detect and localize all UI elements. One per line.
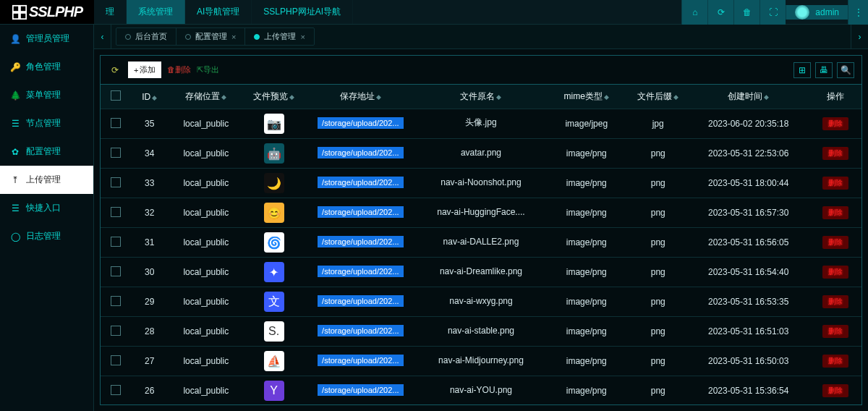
col-location[interactable]: 存储位置◆	[169, 85, 244, 109]
row-checkbox[interactable]	[111, 266, 121, 276]
cell-ops: 删除	[809, 228, 861, 258]
sidebar-item[interactable]: ✿配置管理	[0, 137, 93, 166]
batch-delete-button[interactable]: 🗑删除	[167, 64, 191, 75]
toolbar-refresh-icon[interactable]: ⟳	[108, 63, 122, 77]
cell-path[interactable]: /storage/upload/202...	[304, 109, 417, 139]
row-delete-button[interactable]: 删除	[822, 206, 848, 219]
row-delete-button[interactable]: 删除	[822, 147, 848, 160]
close-icon[interactable]: ×	[231, 33, 236, 41]
table-row: 32local_public😊/storage/upload/202...nav…	[101, 198, 861, 228]
cell-path[interactable]: /storage/upload/202...	[304, 317, 417, 347]
top-nav-item[interactable]: 系统管理	[127, 0, 185, 24]
columns-icon[interactable]: ⊞	[793, 62, 811, 78]
cell-preview[interactable]: 🌙	[244, 169, 304, 198]
cell-preview[interactable]: ✦	[244, 258, 304, 287]
tab[interactable]: 上传管理×	[245, 28, 313, 45]
sidebar-item-label: 配置管理	[26, 145, 61, 158]
cell-path[interactable]: /storage/upload/202...	[304, 198, 417, 228]
row-checkbox[interactable]	[111, 237, 121, 247]
cell-mime: image/png	[545, 139, 629, 169]
row-checkbox[interactable]	[111, 296, 121, 306]
cell-id: 32	[131, 198, 169, 228]
cell-path[interactable]: /storage/upload/202...	[304, 228, 417, 258]
sidebar-item[interactable]: ◯日志管理	[0, 222, 93, 250]
sidebar-item[interactable]: 🌲菜单管理	[0, 81, 93, 109]
row-delete-button[interactable]: 删除	[822, 266, 848, 279]
cell-created: 2023-05-31 16:54:40	[688, 258, 809, 287]
search-icon[interactable]: 🔍	[837, 62, 854, 78]
tab-label: 配置管理	[195, 31, 227, 42]
sidebar-item[interactable]: 👤管理员管理	[0, 25, 93, 53]
cell-ext: png	[628, 228, 688, 258]
row-checkbox[interactable]	[111, 148, 121, 158]
table-header-row: ID◆ 存储位置◆ 文件预览◆ 保存地址◆ 文件原名◆ mime类型◆ 文件后缀…	[101, 85, 861, 109]
cell-preview[interactable]: Y	[244, 376, 304, 405]
row-delete-button[interactable]: 删除	[822, 177, 848, 190]
cell-preview[interactable]: ⛵	[244, 347, 304, 376]
row-delete-button[interactable]: 删除	[822, 355, 848, 368]
more-icon[interactable]: ⋮	[848, 0, 868, 25]
row-delete-button[interactable]: 删除	[822, 295, 848, 308]
sidebar-item[interactable]: ☰节点管理	[0, 109, 93, 137]
row-checkbox[interactable]	[111, 207, 121, 217]
row-checkbox[interactable]	[111, 385, 121, 395]
sidebar: 👤管理员管理🔑角色管理🌲菜单管理☰节点管理✿配置管理⤒上传管理☰快捷入口◯日志管…	[0, 25, 94, 411]
col-preview[interactable]: 文件预览◆	[244, 85, 304, 109]
col-mime[interactable]: mime类型◆	[545, 85, 629, 109]
cell-id: 26	[131, 376, 169, 405]
cell-preview[interactable]: 📷	[244, 109, 304, 139]
top-nav-item[interactable]: SSLPHP网址AI导航	[252, 0, 353, 24]
clear-icon[interactable]: 🗑	[733, 0, 760, 25]
print-icon[interactable]: 🖶	[815, 62, 833, 78]
logo[interactable]: SSLPHP	[0, 0, 94, 24]
home-icon[interactable]: ⌂	[681, 0, 707, 25]
cell-created: 2023-05-31 16:50:03	[688, 347, 809, 376]
cell-path[interactable]: /storage/upload/202...	[304, 139, 417, 169]
cell-ext: png	[628, 287, 688, 317]
fullscreen-icon[interactable]: ⛶	[760, 0, 786, 25]
row-checkbox[interactable]	[111, 355, 121, 365]
export-button[interactable]: ⇱导出	[197, 64, 219, 75]
tabs-next-icon[interactable]: ›	[851, 25, 868, 48]
tab-label: 后台首页	[135, 31, 167, 42]
cell-path[interactable]: /storage/upload/202...	[304, 169, 417, 198]
sidebar-item[interactable]: 🔑角色管理	[0, 53, 93, 81]
col-id[interactable]: ID◆	[131, 85, 169, 109]
cell-preview[interactable]: 🤖	[244, 139, 304, 169]
cell-path[interactable]: /storage/upload/202...	[304, 376, 417, 405]
add-button[interactable]: + 添加	[128, 62, 161, 78]
plus-icon: +	[134, 66, 138, 75]
row-delete-button[interactable]: 删除	[822, 236, 848, 249]
row-checkbox[interactable]	[111, 326, 121, 336]
row-delete-button[interactable]: 删除	[822, 117, 848, 130]
top-nav-item[interactable]: AI导航管理	[185, 0, 252, 24]
user-avatar[interactable]: admin	[786, 5, 848, 20]
select-all-checkbox[interactable]	[111, 90, 121, 101]
sidebar-item[interactable]: ⤒上传管理	[0, 166, 93, 194]
row-checkbox[interactable]	[111, 177, 121, 187]
cell-preview[interactable]: 😊	[244, 198, 304, 228]
cell-path[interactable]: /storage/upload/202...	[304, 287, 417, 317]
row-checkbox[interactable]	[111, 118, 121, 128]
tab[interactable]: 配置管理×	[176, 28, 245, 45]
cell-preview[interactable]: S.	[244, 317, 304, 347]
close-icon[interactable]: ×	[300, 33, 305, 41]
cell-ops: 删除	[809, 287, 861, 317]
cell-path[interactable]: /storage/upload/202...	[304, 258, 417, 287]
cell-path[interactable]: /storage/upload/202...	[304, 347, 417, 376]
cell-location: local_public	[169, 198, 244, 228]
row-delete-button[interactable]: 删除	[822, 325, 848, 338]
col-path[interactable]: 保存地址◆	[304, 85, 417, 109]
sidebar-item[interactable]: ☰快捷入口	[0, 194, 93, 222]
top-nav-title[interactable]: 理	[94, 0, 127, 24]
cell-preview[interactable]: 🌀	[244, 228, 304, 258]
col-filename[interactable]: 文件原名◆	[417, 85, 545, 109]
col-created[interactable]: 创建时间◆	[688, 85, 809, 109]
tabs-prev-icon[interactable]: ‹	[94, 25, 111, 48]
cell-location: local_public	[169, 109, 244, 139]
row-delete-button[interactable]: 删除	[822, 384, 848, 397]
refresh-icon[interactable]: ⟳	[707, 0, 733, 25]
cell-preview[interactable]: 文	[244, 287, 304, 317]
col-ext[interactable]: 文件后缀◆	[628, 85, 688, 109]
tab[interactable]: 后台首页	[116, 28, 176, 45]
